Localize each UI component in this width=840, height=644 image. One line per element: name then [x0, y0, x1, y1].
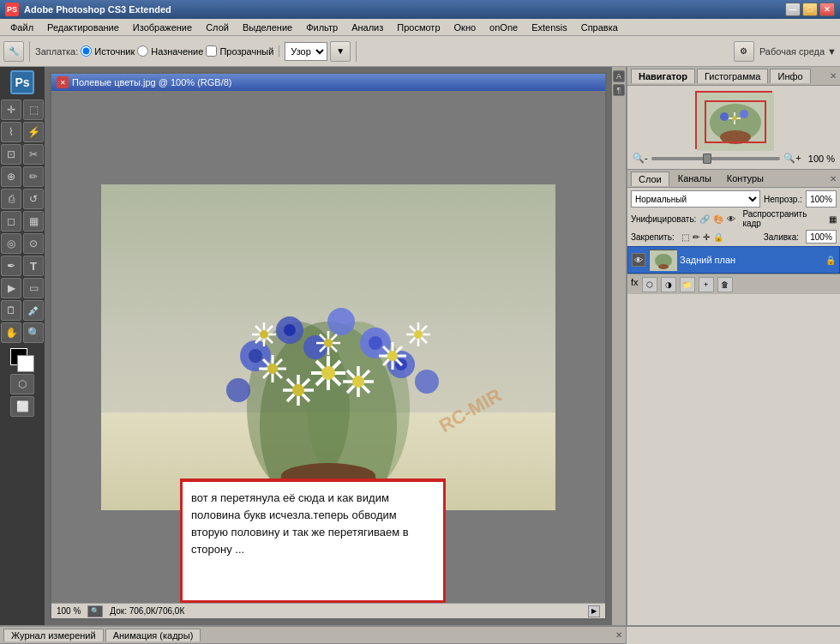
document-titlebar: ✕ Полевые цветы.jpg @ 100% (RGB/8): [51, 74, 605, 91]
menu-view[interactable]: Просмотр: [390, 21, 447, 34]
gradient-tool[interactable]: ▦: [23, 211, 44, 232]
animation-panel-tabs: Журнал измерений Анимация (кадры) ✕: [0, 627, 626, 644]
unify-icon-2[interactable]: 🎨: [713, 214, 723, 224]
scroll-right-btn[interactable]: ▶: [588, 605, 600, 617]
lock-icon-2[interactable]: ✏: [693, 232, 699, 242]
panel-tool-1[interactable]: A: [613, 70, 625, 82]
layer-visibility-toggle[interactable]: 👁: [632, 253, 645, 267]
menu-edit[interactable]: Редактирование: [40, 21, 126, 34]
menu-image[interactable]: Изображение: [126, 21, 199, 34]
layers-close-btn[interactable]: ✕: [830, 174, 837, 184]
blend-mode-select[interactable]: Нормальный: [631, 190, 760, 208]
zoom-tool[interactable]: 🔍: [23, 322, 44, 343]
close-button[interactable]: ✕: [819, 3, 835, 16]
document-status-bar: 100 % 🔍 Док: 706,0К/706,0К ▶: [51, 603, 605, 618]
menu-bar: Файл Редактирование Изображение Слой Выд…: [0, 19, 840, 36]
layer-item-background[interactable]: 👁 Задний план 🔒: [627, 246, 840, 274]
history-brush[interactable]: ↺: [23, 189, 44, 209]
anim-panel-close[interactable]: ✕: [615, 630, 622, 640]
layers-tab[interactable]: Слои: [631, 172, 669, 186]
nav-zoom-slider[interactable]: [651, 157, 781, 160]
document-canvas[interactable]: RC-MIR вот я перетянула её сюда и как ви…: [51, 91, 605, 603]
adjustment-icon[interactable]: ◑: [661, 277, 676, 292]
dest-radio[interactable]: Назначение: [137, 45, 203, 57]
move-tool[interactable]: ✛: [1, 99, 21, 120]
nav-zoom-value: 100 %: [808, 153, 835, 164]
unify-icon-1[interactable]: 🔗: [699, 214, 710, 224]
healing-brush[interactable]: ⊕: [1, 166, 21, 187]
quick-mask-toggle[interactable]: ⬡: [10, 374, 34, 394]
source-radio[interactable]: Источник: [81, 45, 135, 57]
path-selection[interactable]: ▶: [1, 278, 21, 298]
info-tab[interactable]: Инфо: [770, 69, 810, 83]
channels-tab[interactable]: Каналы: [671, 172, 718, 185]
screen-mode[interactable]: ⬜: [10, 396, 34, 417]
shape-tool[interactable]: ▭: [23, 278, 44, 298]
histogram-tab[interactable]: Гистограмма: [697, 69, 769, 83]
workspace-icon[interactable]: ⚙: [734, 41, 754, 62]
dodge-tool[interactable]: ⊙: [23, 233, 44, 254]
hand-tool[interactable]: ✋: [1, 322, 21, 343]
brush-tool[interactable]: ✏: [23, 166, 44, 187]
notes-tool[interactable]: 🗒: [1, 300, 21, 321]
svg-point-65: [720, 112, 729, 121]
journal-tab[interactable]: Журнал измерений: [3, 629, 104, 641]
opacity-input[interactable]: [806, 190, 837, 208]
menu-extensis[interactable]: Extensis: [525, 21, 574, 34]
delete-layer-icon[interactable]: 🗑: [717, 277, 733, 292]
pattern-select[interactable]: Узор: [285, 42, 327, 61]
tool-preset-picker[interactable]: 🔧: [3, 41, 24, 62]
lock-icon-1[interactable]: ⬚: [681, 232, 689, 242]
layers-panel-tabs: Слои Каналы Контуры ✕: [627, 169, 840, 188]
menu-ononone[interactable]: onOne: [483, 21, 525, 34]
lock-icon-4[interactable]: 🔒: [713, 232, 723, 242]
pattern-picker[interactable]: ▼: [330, 41, 351, 62]
menu-layer[interactable]: Слой: [199, 21, 236, 34]
magic-wand-tool[interactable]: ⚡: [23, 122, 44, 142]
group-icon[interactable]: 📁: [680, 277, 695, 292]
animation-tab[interactable]: Анимация (кадры): [105, 629, 201, 641]
navigator-tabs: Навигатор Гистограмма Инфо ✕: [627, 67, 840, 86]
blend-mode-row: Нормальный Непрозр.:: [631, 190, 837, 208]
menu-window[interactable]: Окно: [447, 21, 483, 34]
maximize-button[interactable]: □: [802, 3, 818, 16]
transparent-checkbox[interactable]: Прозрачный: [206, 45, 273, 57]
slice-tool[interactable]: ✂: [23, 144, 44, 165]
doc-close-btn[interactable]: ✕: [57, 76, 69, 88]
distribute-icon[interactable]: ▦: [829, 214, 837, 224]
doc-zoom: 100 %: [57, 606, 81, 616]
clone-stamp[interactable]: ⎙: [1, 189, 21, 209]
menu-select[interactable]: Выделение: [236, 21, 299, 34]
pen-tool[interactable]: ✒: [1, 256, 21, 276]
svg-point-21: [321, 366, 335, 380]
menu-help[interactable]: Справка: [574, 21, 625, 34]
zoom-icon[interactable]: 🔍: [87, 605, 103, 617]
lock-icon-3[interactable]: ✛: [703, 232, 710, 242]
workspace-label[interactable]: Рабочая среда ▼: [759, 46, 837, 57]
new-layer-icon[interactable]: +: [699, 277, 714, 292]
lasso-tool[interactable]: ⌇: [1, 122, 21, 142]
blur-tool[interactable]: ◎: [1, 233, 21, 254]
marquee-tool[interactable]: ⬚: [23, 99, 44, 120]
eyedropper-tool[interactable]: 💉: [23, 300, 44, 321]
add-mask-icon[interactable]: ⬡: [642, 277, 657, 292]
unify-icon-3[interactable]: 👁: [727, 214, 735, 224]
crop-tool[interactable]: ⊡: [1, 144, 21, 165]
paths-tab[interactable]: Контуры: [720, 172, 771, 185]
navigator-content: 🔍- 🔍+ 100 %: [627, 86, 840, 169]
panel-close-btn[interactable]: ✕: [830, 71, 837, 81]
foreground-background-colors[interactable]: [10, 348, 34, 372]
menu-filter[interactable]: Фильтр: [299, 21, 345, 34]
panel-tool-2[interactable]: ¶: [613, 84, 625, 96]
layer-lock-icon: 🔒: [825, 256, 836, 265]
document-title: Полевые цветы.jpg @ 100% (RGB/8): [72, 77, 232, 87]
tool-row-5: ⎙ ↺: [1, 189, 44, 209]
type-tool[interactable]: T: [23, 256, 44, 276]
menu-file[interactable]: Файл: [3, 21, 40, 34]
minimize-button[interactable]: —: [785, 3, 801, 16]
eraser-tool[interactable]: ◻: [1, 211, 21, 232]
menu-analysis[interactable]: Анализ: [345, 21, 390, 34]
navigator-tab[interactable]: Навигатор: [631, 69, 695, 83]
fill-input[interactable]: [806, 230, 837, 244]
fx-icon[interactable]: fx: [631, 277, 639, 292]
